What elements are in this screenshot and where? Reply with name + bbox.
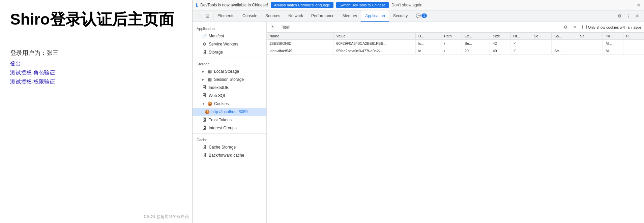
col-header-expires[interactable]: Ex... — [462, 33, 490, 40]
sidebar-item-label: Storage — [209, 50, 223, 55]
cursor-icon[interactable]: ⬚ — [196, 12, 203, 20]
page-title: Shiro登录认证后主页面 — [10, 10, 182, 29]
sidebar-item-label: Cache Storage — [209, 145, 236, 150]
sidebar-item-trust-tokens[interactable]: 🗄 Trust Tokens — [193, 116, 266, 124]
filter-input[interactable] — [279, 24, 558, 30]
col-header-http[interactable]: Ht... — [510, 33, 531, 40]
local-storage-icon: ▦ — [207, 69, 212, 74]
tab-security[interactable]: Security — [389, 10, 412, 22]
table-row[interactable]: JSESSIONID 60F29F0A340CA2BE61FBB... lo..… — [267, 40, 644, 47]
cookie-path-idea: / — [441, 47, 462, 55]
col-header-name[interactable]: Name — [267, 33, 333, 40]
sidebar-item-label: Web SQL — [209, 93, 226, 98]
sidebar-item-cookies[interactable]: ▼ 🍪 Cookies — [193, 100, 266, 108]
cookie-filter-label[interactable]: Only show cookies with an issue — [582, 25, 641, 29]
sidebar-section-application: Application — [193, 24, 266, 32]
logout-link[interactable]: 登出 — [10, 60, 182, 67]
role-auth-link[interactable]: 测试授权-角色验证 — [10, 69, 182, 76]
col-header-size[interactable]: Size — [490, 33, 510, 40]
sidebar-item-label: http://localhost:8080 — [211, 109, 247, 114]
tab-bar-icons: ⬚ ⊡ — [194, 10, 213, 22]
tab-performance[interactable]: Performance — [307, 10, 339, 22]
cookie-secure-jsessionid — [531, 40, 552, 47]
sidebar-item-session-storage[interactable]: ▶ ▦ Session Storage — [193, 75, 266, 84]
cookie-size-idea: 49 — [490, 47, 510, 55]
sidebar-item-label: Trust Tokens — [209, 118, 232, 122]
tab-network[interactable]: Network — [284, 10, 307, 22]
cookie-domain-idea: lo... — [415, 47, 441, 55]
content-toolbar: ↻ ⚙ ✕ Only show cookies with an issue — [267, 22, 644, 33]
sidebar-item-indexeddb[interactable]: 🗄 IndexedDB — [193, 84, 266, 92]
sidebar-item-cache-storage[interactable]: 🗄 Cache Storage — [193, 143, 266, 151]
close-devtools-icon[interactable]: ✕ — [634, 12, 641, 20]
devtools-body: Application 📄 Manifest ⚙ Service Workers… — [193, 22, 644, 223]
col-header-samesite[interactable]: Sa... — [552, 33, 577, 40]
settings-icon[interactable]: ⚙ — [616, 12, 624, 20]
col-header-path[interactable]: Path — [441, 33, 462, 40]
cookie-value-idea: 95fae2be-c0c0-477f-a0a2-... — [333, 47, 415, 55]
sidebar-item-local-storage[interactable]: ▶ ▦ Local Storage — [193, 67, 266, 75]
cookie-value-jsessionid: 60F29F0A340CA2BE61FBB... — [333, 40, 415, 47]
trust-tokens-icon: 🗄 — [202, 118, 207, 122]
tab-application[interactable]: Application — [361, 10, 389, 22]
page-footer: CSDN @超周到的程序员 — [144, 214, 189, 220]
cookie-http-jsessionid: ✓ — [510, 40, 531, 47]
col-header-extra[interactable]: P... — [623, 33, 644, 40]
web-sql-icon: 🗄 — [202, 93, 207, 98]
dont-show-link[interactable]: Don't show again — [391, 3, 422, 7]
info-icon: ℹ — [196, 3, 198, 8]
tab-memory[interactable]: Memory — [339, 10, 361, 22]
cookie-filter-checkbox[interactable] — [582, 25, 587, 29]
cookie-priority-jsessionid: M... — [603, 40, 623, 47]
notification-close-icon[interactable]: ✕ — [637, 2, 641, 8]
sidebar-item-storage[interactable]: 🗄 Storage — [193, 48, 266, 56]
col-header-domain[interactable]: D... — [415, 33, 441, 40]
page-content: Shiro登录认证后主页面 登录用户为：张三 登出 测试授权-角色验证 测试授权… — [0, 0, 192, 223]
main-content: ↻ ⚙ ✕ Only show cookies with an issue Na… — [267, 22, 644, 223]
cookie-name-jsessionid: JSESSIONID — [267, 40, 333, 47]
sidebar-item-localhost[interactable]: 🍪 http://localhost:8080 — [193, 108, 266, 116]
device-icon[interactable]: ⊡ — [204, 12, 211, 20]
cookie-sameparty-idea — [577, 47, 603, 55]
devtools-panel: ℹ DevTools is now available in Chinese! … — [192, 0, 644, 223]
storage-icon: 🗄 — [202, 50, 207, 55]
always-match-btn[interactable]: Always match Chrome's language — [271, 2, 333, 8]
tab-elements[interactable]: Elements — [213, 10, 238, 22]
sidebar-section-storage: Storage — [193, 59, 266, 67]
cookie-sameparty-jsessionid — [577, 40, 603, 47]
col-header-secure[interactable]: Se... — [531, 33, 552, 40]
filter-settings-icon[interactable]: ⚙ — [562, 24, 569, 31]
clear-filter-icon[interactable]: ✕ — [572, 24, 578, 30]
cookie-http-idea: ✓ — [510, 47, 531, 55]
sidebar-item-web-sql[interactable]: 🗄 Web SQL — [193, 92, 266, 100]
col-header-value[interactable]: Value — [333, 33, 415, 40]
col-header-sameparty[interactable]: Sa... — [577, 33, 603, 40]
col-header-priority[interactable]: Pa... — [603, 33, 623, 40]
sidebar-item-service-workers[interactable]: ⚙ Service Workers — [193, 40, 266, 48]
cookie-name-idea: Idea-dfaef549 — [267, 47, 333, 55]
sidebar-item-label: Interest Groups — [209, 126, 237, 130]
refresh-cookies-btn[interactable]: ↻ — [269, 24, 276, 31]
sidebar-item-bfcache[interactable]: 🗄 Back/forward cache — [193, 151, 266, 159]
arrow-icon: ▶ — [202, 70, 205, 73]
notification-message: DevTools is now available in Chinese! — [200, 3, 268, 7]
cookies-icon: 🍪 — [207, 101, 212, 106]
localhost-cookie-icon: 🍪 — [205, 109, 209, 114]
tab-messages[interactable]: 💬 1 — [412, 10, 431, 22]
page-user: 登录用户为：张三 — [10, 49, 182, 57]
sidebar-item-interest-groups[interactable]: 🗄 Interest Groups — [193, 124, 266, 132]
tab-sources[interactable]: Sources — [261, 10, 284, 22]
arrow-icon: ▶ — [202, 78, 205, 81]
sidebar-item-label: IndexedDB — [209, 85, 229, 90]
sidebar-item-label: Back/forward cache — [209, 153, 244, 158]
table-row[interactable]: Idea-dfaef549 95fae2be-c0c0-477f-a0a2-..… — [267, 47, 644, 55]
service-workers-icon: ⚙ — [202, 42, 207, 46]
cookie-extra-jsessionid — [623, 40, 644, 47]
switch-devtools-btn[interactable]: Switch DevTools to Chinese — [336, 2, 389, 8]
more-options-icon[interactable]: ⋮ — [624, 12, 633, 20]
sidebar-item-manifest[interactable]: 📄 Manifest — [193, 32, 266, 40]
perm-auth-link[interactable]: 测试授权-权限验证 — [10, 78, 182, 86]
sidebar-item-label: Service Workers — [209, 42, 238, 46]
cookie-samesite-jsessionid — [552, 40, 577, 47]
tab-console[interactable]: Console — [238, 10, 261, 22]
